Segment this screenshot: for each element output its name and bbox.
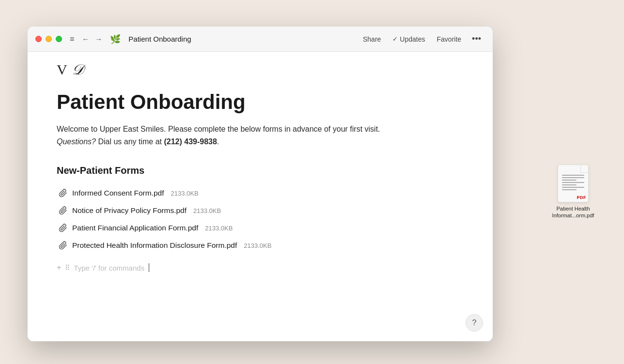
more-icon: ••• xyxy=(472,34,481,44)
logo-script: 𝒟 xyxy=(71,61,83,78)
titlebar: ≡ ← → 🌿 Patient Onboarding Share ✓ Updat… xyxy=(28,27,493,52)
list-item[interactable]: Protected Health Information Disclosure … xyxy=(57,237,464,254)
page-description: Welcome to Upper East Smiles. Please com… xyxy=(57,123,386,148)
titlebar-left: ≡ ← → 🌿 Patient Onboarding xyxy=(62,34,191,45)
paperclip-icon xyxy=(59,224,67,232)
app-window: ≡ ← → 🌿 Patient Onboarding Share ✓ Updat… xyxy=(28,27,493,341)
close-button[interactable] xyxy=(35,36,42,42)
file-lines xyxy=(560,168,586,192)
description-italic: Questions? xyxy=(57,137,96,146)
share-label: Share xyxy=(363,35,381,43)
file-name: Informed Consent Form.pdf xyxy=(72,189,164,197)
help-label: ? xyxy=(472,318,477,327)
file-size: 2133.0KB xyxy=(171,190,199,197)
menu-icon[interactable]: ≡ xyxy=(70,35,74,44)
more-button[interactable]: ••• xyxy=(468,32,485,46)
logo-v: V xyxy=(57,61,67,78)
titlebar-right: Share ✓ Updates Favorite ••• xyxy=(358,32,485,46)
forward-arrow[interactable]: → xyxy=(93,34,104,44)
nav-arrows: ← → xyxy=(80,34,104,44)
paperclip-icon xyxy=(59,189,67,197)
file-name: Patient Financial Application Form.pdf xyxy=(72,224,198,232)
doc-logo-icon: 🌿 xyxy=(110,34,121,45)
updates-label: Updates xyxy=(400,35,425,43)
section-heading: New-Patient Forms xyxy=(57,165,464,176)
favorite-label: Favorite xyxy=(437,35,462,43)
file-name: Notice of Privacy Policy Forms.pdf xyxy=(72,206,187,215)
file-line xyxy=(562,184,577,185)
file-size: 2133.0KB xyxy=(244,242,271,249)
description-part2: Dial us any time at xyxy=(96,137,164,146)
paperclip-icon xyxy=(59,206,67,215)
doc-header-logos: V 𝒟 xyxy=(57,52,464,86)
description-part1: Welcome to Upper East Smiles. Please com… xyxy=(57,125,380,133)
drag-icon[interactable]: ⠿ xyxy=(65,264,70,272)
file-list: Informed Consent Form.pdf 2133.0KB Notic… xyxy=(57,185,464,254)
file-name: Protected Health Information Disclosure … xyxy=(72,241,237,250)
updates-button[interactable]: ✓ Updates xyxy=(388,33,430,45)
file-line xyxy=(562,177,584,178)
file-line xyxy=(562,189,577,190)
command-placeholder[interactable]: Type '/' for commands xyxy=(74,264,144,272)
desktop-file-item[interactable]: PDF Patient Health Informat...orm.pdf xyxy=(551,165,595,219)
add-icon[interactable]: + xyxy=(57,263,61,272)
list-item[interactable]: Notice of Privacy Policy Forms.pdf 2133.… xyxy=(57,202,464,219)
share-button[interactable]: Share xyxy=(358,33,386,45)
file-line xyxy=(562,182,584,183)
desktop-file-name: Patient Health Informat...orm.pdf xyxy=(551,205,595,219)
description-end: . xyxy=(217,137,219,146)
file-line xyxy=(562,180,577,181)
favorite-button[interactable]: Favorite xyxy=(432,33,467,45)
paperclip-icon xyxy=(59,241,67,250)
file-size: 2133.0KB xyxy=(205,225,233,232)
content-area: V 𝒟 Patient Onboarding Welcome to Upper … xyxy=(28,52,493,341)
desktop-file-icon: PDF xyxy=(558,165,589,202)
page-title: Patient Onboarding xyxy=(57,91,464,113)
desktop: ≡ ← → 🌿 Patient Onboarding Share ✓ Updat… xyxy=(0,0,624,364)
back-arrow[interactable]: ← xyxy=(80,34,91,44)
window-title: Patient Onboarding xyxy=(128,35,191,43)
traffic-lights xyxy=(35,36,62,42)
text-cursor xyxy=(149,263,149,272)
description-phone: (212) 439-9838 xyxy=(164,137,217,146)
file-line xyxy=(562,187,584,188)
checkmark-icon: ✓ xyxy=(392,35,398,43)
maximize-button[interactable] xyxy=(56,36,62,42)
file-badge: PDF xyxy=(577,195,587,200)
file-size: 2133.0KB xyxy=(193,207,221,214)
minimize-button[interactable] xyxy=(46,36,52,42)
list-item[interactable]: Informed Consent Form.pdf 2133.0KB xyxy=(57,185,464,201)
file-line xyxy=(562,175,584,176)
help-button[interactable]: ? xyxy=(466,314,483,332)
list-item[interactable]: Patient Financial Application Form.pdf 2… xyxy=(57,220,464,236)
command-input-row: + ⠿ Type '/' for commands xyxy=(57,258,464,278)
